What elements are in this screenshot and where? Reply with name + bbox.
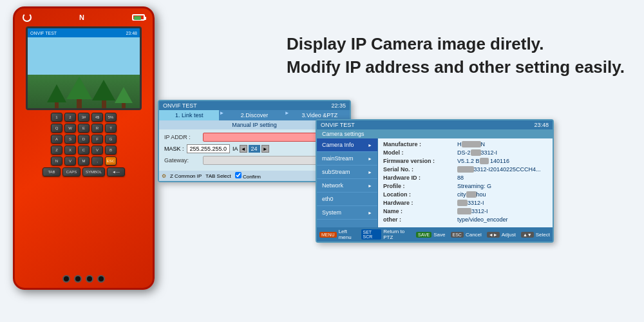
confirm-checkbox[interactable] xyxy=(235,172,242,178)
panel-title: ONVIF TEST xyxy=(163,102,197,109)
info-hardware: Hardware : ██3312-I xyxy=(383,200,547,206)
key-t[interactable]: T xyxy=(105,124,117,133)
key-c[interactable]: C xyxy=(78,146,90,155)
key-x[interactable]: X xyxy=(64,146,76,155)
stepper-value: 24 xyxy=(249,145,260,153)
sidebar-substream[interactable]: subStream► xyxy=(317,166,377,179)
key-3[interactable]: 3# xyxy=(78,113,90,122)
keypad-row-z: Z X C V B xyxy=(26,146,142,155)
key-b[interactable]: B xyxy=(105,146,117,155)
key-caps[interactable]: CAPS xyxy=(62,167,80,176)
footer-cancel: ESC Cancel xyxy=(451,232,482,238)
tab-arrow-2: ► xyxy=(285,110,290,120)
device-screen: ONVIF TEST 23:48 xyxy=(26,26,142,110)
mask-value: 255.255.255.0 xyxy=(187,144,231,153)
sidebar-eth0[interactable]: eth0 xyxy=(317,193,377,206)
key-5[interactable]: 5% xyxy=(105,113,117,122)
camera-footer: MENU Left menu SET SCR Return to PTZ SAV… xyxy=(317,227,553,242)
select-label: Select xyxy=(536,232,550,238)
save-label: Save xyxy=(433,232,445,238)
key-4[interactable]: 4$ xyxy=(91,113,103,122)
key-1[interactable]: 1 xyxy=(51,113,62,122)
panel-time: 22:35 xyxy=(331,102,346,109)
camera-panel-header: ONVIF TEST 23:48 xyxy=(317,120,553,129)
info-model: Model : DS-2██3312-I xyxy=(383,149,547,156)
n-label: N xyxy=(79,14,84,21)
info-manufacture: Manufacture : H████N xyxy=(383,141,547,147)
key-comma[interactable]: , xyxy=(91,156,103,166)
tab-arrow-1: ► xyxy=(219,110,224,120)
info-other: other : type/video_encoder xyxy=(383,216,547,223)
screen-title: ONVIF TEST xyxy=(30,31,57,35)
info-firmware: Firmware version : V5.1.2 B██ 140116 xyxy=(383,158,547,164)
port-1 xyxy=(62,275,70,283)
keypad-row-a: A S D F G xyxy=(26,135,142,144)
key-g[interactable]: G xyxy=(105,135,117,144)
stepper-left[interactable]: ◄ xyxy=(240,145,247,153)
headline-line2: Modify IP address and other setting easi… xyxy=(287,55,625,79)
key-2[interactable]: 2 xyxy=(64,113,76,122)
common-ip-label: Z Common IP xyxy=(170,173,202,179)
info-name: Name : ███3312-I xyxy=(383,208,547,214)
save-btn[interactable]: SAVE xyxy=(416,232,431,238)
device: N ONVIF TEST 23:48 xyxy=(13,6,155,290)
key-n[interactable]: N xyxy=(51,156,62,166)
port-4 xyxy=(97,275,105,283)
ip-label: IP ADDR : xyxy=(164,134,203,140)
tab-discover[interactable]: 2.Discover xyxy=(224,110,284,120)
footer-save: SAVE Save xyxy=(416,232,445,238)
esc-btn[interactable]: ESC xyxy=(451,232,464,238)
sidebar-mainstream[interactable]: mainStream► xyxy=(317,152,377,166)
return-ptz-label: Return to PTZ xyxy=(383,229,411,240)
headline: Display IP Camera image diretly. Modify … xyxy=(287,32,625,79)
key-esc[interactable]: ESC xyxy=(105,156,117,166)
key-backspace[interactable]: ◄— xyxy=(107,167,125,176)
panel-header: ONVIF TEST 22:35 xyxy=(159,101,350,110)
camera-panel: ONVIF TEST 23:48 Camera settings Camera … xyxy=(316,119,554,243)
keypad-row-nav: N V M , ESC xyxy=(26,156,142,166)
info-serial: Serial No. : ████3312-I20140225CCCH4... xyxy=(383,166,547,173)
sidebar-network[interactable]: Network► xyxy=(317,179,377,193)
key-a[interactable]: A xyxy=(51,135,62,144)
key-e[interactable]: E xyxy=(78,124,90,133)
key-q[interactable]: Q xyxy=(51,124,62,133)
key-v[interactable]: V xyxy=(91,146,103,155)
camera-info-panel: Manufacture : H████N Model : DS-2██3312-… xyxy=(378,138,553,227)
set-scr-btn[interactable]: SET SCR xyxy=(361,229,382,240)
info-hardware-id: Hardware ID : 88 xyxy=(383,175,547,181)
key-r[interactable]: R xyxy=(91,124,103,133)
left-menu-label: Left menu xyxy=(339,229,356,240)
tab-link-test[interactable]: 1. Link test xyxy=(159,110,219,120)
info-location: Location : city██hou xyxy=(383,191,547,198)
key-symbol[interactable]: SYMBOL xyxy=(82,167,105,176)
key-s[interactable]: S xyxy=(64,135,76,144)
camera-settings-title: Camera settings xyxy=(317,129,553,138)
common-ip-icon: ⚙ xyxy=(162,173,166,179)
confirm-check: Confirm xyxy=(235,172,261,180)
sidebar-system[interactable]: System► xyxy=(317,206,377,220)
select-btn[interactable]: ▲▼ xyxy=(521,232,534,238)
footer-left-menu: MENU Left menu xyxy=(319,229,356,240)
ia-label: IA xyxy=(232,146,238,152)
key-tab[interactable]: TAB xyxy=(43,167,61,176)
camera-panel-title: ONVIF TEST xyxy=(321,122,355,128)
tab-select-label: TAB Select xyxy=(205,173,231,179)
camera-panel-time: 23:48 xyxy=(534,122,549,128)
key-d[interactable]: D xyxy=(78,135,90,144)
key-z[interactable]: Z xyxy=(51,146,62,155)
gateway-label: Gateway: xyxy=(164,157,203,164)
stepper-right[interactable]: ► xyxy=(261,145,269,153)
adjust-btn[interactable]: ◄► xyxy=(487,232,500,238)
key-w[interactable]: W xyxy=(64,124,76,133)
menu-btn[interactable]: MENU xyxy=(319,232,337,238)
port-2 xyxy=(74,275,82,283)
tree1 xyxy=(47,84,66,110)
sidebar-camera-info[interactable]: Camera Info► xyxy=(317,138,377,152)
keypad-row-bottom: TAB CAPS SYMBOL ◄— xyxy=(26,167,142,176)
key-f[interactable]: F xyxy=(91,135,103,144)
key-m[interactable]: M xyxy=(78,156,90,166)
power-icon[interactable] xyxy=(23,13,32,22)
battery-icon xyxy=(132,14,145,21)
camera-sidebar: Camera Info► mainStream► subStream► Netw… xyxy=(317,138,378,227)
key-v2[interactable]: V xyxy=(64,156,76,166)
